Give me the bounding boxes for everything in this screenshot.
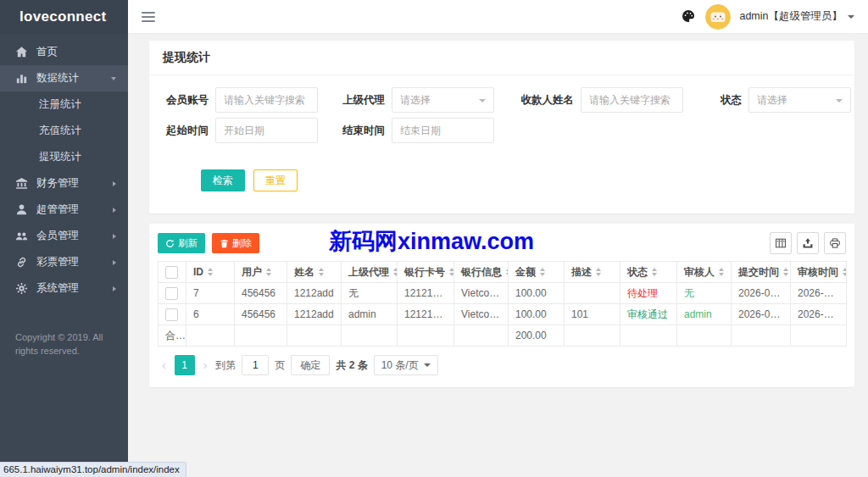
table-card: 新码网xinmaw.com 刷新 删除 [149,224,854,387]
user-icon [15,203,28,216]
status-label: 状态 [718,93,748,108]
total-amount: 200.00 [509,325,565,347]
sort-icon[interactable] [719,268,724,276]
cell-bank-card: 12121212 [398,304,454,325]
start-time-label: 起始时间 [163,124,215,138]
agent-label: 上级代理 [339,93,392,108]
bar-chart-icon [15,72,28,85]
row-checkbox-cell [159,304,186,325]
user-dropdown[interactable]: admin【超级管理员】 [739,9,854,24]
refresh-button[interactable]: 刷新 [158,233,205,253]
sort-icon[interactable] [449,268,454,276]
col-bank-card[interactable]: 银行卡号 [398,262,454,283]
sort-icon[interactable] [393,268,398,276]
search-button[interactable]: 检索 [201,169,245,191]
sort-icon[interactable] [783,268,788,276]
col-user[interactable]: 用户 [235,262,287,283]
sidebar-item-members[interactable]: 会员管理 [0,223,128,249]
agent-select[interactable]: 请选择 [392,87,494,113]
table-row: 7 456456 1212add 无 12121212 Vietcomb... … [159,283,847,304]
jump-page-input[interactable] [242,355,269,375]
status-select[interactable]: 请选择 [748,87,851,113]
cell-amount: 100.00 [509,304,565,325]
sort-icon[interactable] [540,268,545,276]
sidebar-item-label: 会员管理 [36,229,79,243]
col-amount[interactable]: 金额 [509,262,565,283]
cell-name: 1212add [287,283,342,304]
sort-icon[interactable] [843,268,847,276]
sidebar-item-lottery[interactable]: 彩票管理 [0,249,128,275]
trash-icon [220,239,229,248]
col-auditor[interactable]: 审核人 [677,262,732,283]
cell-agent: admin [342,304,398,325]
account-input[interactable] [215,87,318,113]
sidebar-item-superadmin[interactable]: 超管管理 [0,197,128,223]
cell-submit-time: 2026-01-... [732,304,791,325]
select-all-checkbox[interactable] [165,266,178,279]
username-label: admin【超级管理员】 [739,9,843,24]
start-date-input[interactable] [215,118,318,143]
sidebar-item-withdraw-stats[interactable]: 提现统计 [0,144,128,170]
sort-icon[interactable] [266,268,271,276]
row-checkbox[interactable] [165,308,178,321]
end-date-input[interactable] [392,118,494,143]
cell-agent: 无 [342,283,398,304]
chevron-down-icon [848,15,854,19]
table-tool-icons [770,232,846,254]
sidebar-item-label: 超管管理 [36,202,79,217]
sidebar-item-label: 首页 [36,45,58,59]
sidebar-item-data-stats[interactable]: 数据统计 [0,65,128,92]
col-desc[interactable]: 描述 [565,262,620,283]
sidebar-item-recharge-stats[interactable]: 充值统计 [0,118,128,144]
hamburger-menu-icon[interactable] [142,9,155,25]
account-label: 会员账号 [163,93,215,108]
col-id[interactable]: ID [186,262,235,283]
export-icon[interactable] [797,232,819,254]
col-status[interactable]: 状态 [620,262,677,283]
col-name[interactable]: 姓名 [287,262,342,283]
sidebar-item-finance[interactable]: 财务管理 [0,170,128,197]
chevron-down-icon [424,363,431,367]
bank-icon [15,177,28,190]
filter-row-2: 起始时间 结束时间 [163,118,841,143]
page-size-select[interactable]: 10 条/页 [374,355,438,375]
next-page-icon[interactable]: › [201,358,210,372]
users-icon [15,230,28,242]
col-bank-info[interactable]: 银行信息 [454,262,509,283]
col-submit-time[interactable]: 提交时间 [732,262,791,283]
table-row: 6 456456 1212add admin 12121212 Vietcomb… [159,304,847,325]
payee-input[interactable] [581,87,683,113]
prev-page-icon[interactable]: ‹ [159,358,169,372]
sort-icon[interactable] [319,268,324,276]
delete-button[interactable]: 删除 [212,233,259,253]
row-checkbox[interactable] [165,287,178,300]
chevron-right-icon [113,234,116,239]
cell-desc [565,283,620,304]
sidebar-item-register-stats[interactable]: 注册统计 [0,92,128,118]
sort-icon[interactable] [596,268,601,276]
agent-select-value: 请选择 [400,93,431,108]
topbar-right: admin【超级管理员】 [682,4,854,30]
page-number-active[interactable]: 1 [175,355,195,375]
chevron-right-icon [113,286,116,291]
col-audit-time[interactable]: 审核时间 [791,262,847,283]
theme-palette-icon[interactable] [682,9,697,25]
cell-desc: 101 [565,304,620,325]
print-icon[interactable] [824,232,846,254]
filter-columns-icon[interactable] [770,232,792,254]
cell-audit-time: 2026-01-... [791,283,847,304]
withdraw-table: ID 用户 姓名 上级代理 银行卡号 银行信息 金额 描述 状态 审核人 提交时… [158,261,847,347]
sort-icon[interactable] [652,268,657,276]
sort-icon[interactable] [208,268,213,276]
sidebar-item-system[interactable]: 系统管理 [0,275,128,302]
table-total-row: 合... 200.00 [159,325,847,347]
chevron-down-icon [836,99,843,103]
total-count-label: 共 2 条 [336,358,367,373]
col-agent[interactable]: 上级代理 [342,262,398,283]
cell-id: 6 [186,304,235,325]
sidebar-item-home[interactable]: 首页 [0,39,128,65]
admin-app: loveconnect 首页 数据统计 注册统计 充值统计 提现统计 [0,0,868,477]
user-avatar[interactable] [705,4,731,30]
reset-button[interactable]: 重置 [253,169,298,191]
confirm-page-button[interactable]: 确定 [291,355,330,375]
